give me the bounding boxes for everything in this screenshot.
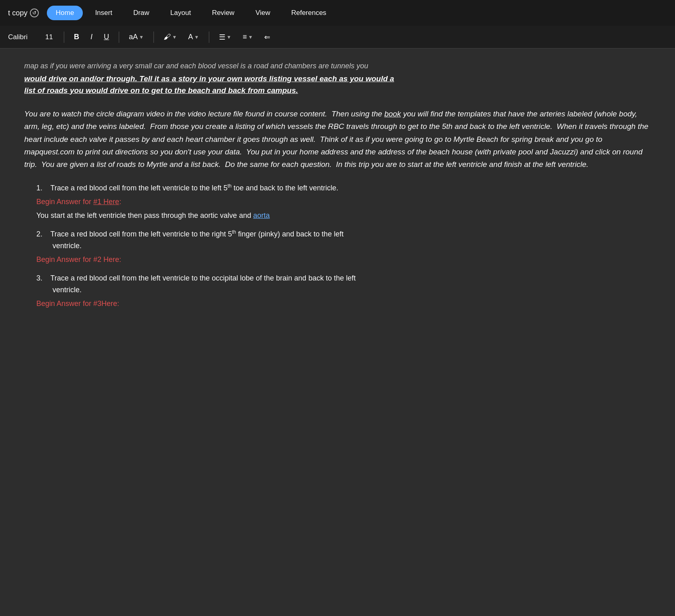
ordered-list-button[interactable]: ≡ ▼	[240, 31, 256, 43]
font-color-label: aA	[129, 33, 138, 41]
list-button[interactable]: ☰ ▼	[216, 31, 235, 43]
toolbar-separator-1	[64, 32, 64, 43]
answer-begin-2: Begin Answer for #2 Here:	[36, 254, 651, 265]
font-name-display[interactable]: Calibri	[8, 33, 40, 41]
q2-superscript: th	[232, 229, 236, 235]
title-text: t copy	[8, 9, 27, 17]
aorta-link[interactable]: aorta	[253, 211, 270, 219]
question-1: 1. Trace a red blood cell from the left …	[36, 182, 651, 194]
tab-view[interactable]: View	[246, 6, 279, 20]
ordered-list-chevron: ▼	[248, 34, 253, 40]
question-3-block: 3. Trace a red blood cell from the left …	[36, 272, 651, 309]
tab-insert[interactable]: Insert	[86, 6, 121, 20]
font-color-button[interactable]: aA ▼	[126, 31, 147, 43]
italic-button[interactable]: I	[87, 31, 96, 43]
main-instruction-paragraph: You are to watch the circle diagram vide…	[24, 108, 651, 171]
answer-text-1: You start at the left ventricle then pas…	[36, 210, 651, 222]
toolbar-separator-2	[119, 32, 119, 43]
align-button[interactable]: ⇐	[261, 31, 273, 43]
document-content: map as if you were arriving a very small…	[0, 49, 675, 614]
highlight-button[interactable]: 🖌 ▼	[160, 31, 180, 43]
align-icon: ⇐	[264, 33, 270, 42]
bold-line-2: list of roads you would drive on to get …	[24, 85, 651, 97]
answer-begin-1: Begin Answer for #1 Here:	[36, 196, 651, 207]
copy-icon: ↺	[30, 8, 39, 17]
font-color-chevron: ▼	[139, 34, 144, 40]
tab-draw[interactable]: Draw	[124, 6, 158, 20]
questions-section: 1. Trace a red blood cell from the left …	[36, 182, 651, 309]
q1-superscript: th	[227, 183, 231, 189]
fill-color-label: A	[188, 33, 193, 41]
question-1-block: 1. Trace a red blood cell from the left …	[36, 182, 651, 222]
highlight-chevron: ▼	[172, 34, 177, 40]
q1-answer-label-underline: #1 Here	[93, 198, 119, 206]
q2-number: 2.	[36, 230, 42, 238]
font-color-fill-button[interactable]: A ▼	[185, 31, 202, 43]
q2-continued: ventricle.	[36, 242, 82, 250]
fill-color-chevron: ▼	[194, 34, 199, 40]
tab-layout[interactable]: Layout	[162, 6, 200, 20]
question-2: 2. Trace a red blood cell from the left …	[36, 228, 651, 252]
bold-button[interactable]: B	[71, 31, 82, 43]
q3-continued: ventricle.	[36, 286, 82, 294]
app-title: t copy ↺	[8, 8, 39, 17]
question-3: 3. Trace a red blood cell from the left …	[36, 272, 651, 296]
q1-number: 1.	[36, 184, 42, 192]
highlight-icon: 🖌	[164, 33, 171, 41]
bold-line-1: would drive on and/or through. Tell it a…	[24, 73, 651, 85]
tab-review[interactable]: Review	[203, 6, 244, 20]
partial-top-line: map as if you were arriving a very small…	[24, 61, 651, 72]
bold-instruction-block: would drive on and/or through. Tell it a…	[24, 73, 651, 96]
font-size-display[interactable]: 11	[45, 33, 57, 41]
title-bar: t copy ↺ Home Insert Draw Layout Review …	[0, 0, 675, 26]
answer-begin-3: Begin Answer for #3Here:	[36, 298, 651, 309]
list-chevron: ▼	[227, 34, 231, 40]
formatting-toolbar: Calibri 11 B I U aA ▼ 🖌 ▼ A ▼ ☰ ▼ ≡ ▼ ⇐	[0, 26, 675, 49]
underline-button[interactable]: U	[101, 31, 112, 43]
list-icon: ☰	[219, 33, 225, 42]
book-link[interactable]: book	[384, 110, 401, 118]
tab-home[interactable]: Home	[47, 6, 83, 20]
question-2-block: 2. Trace a red blood cell from the left …	[36, 228, 651, 265]
toolbar-separator-3	[154, 32, 154, 43]
q3-number: 3.	[36, 274, 42, 282]
ordered-list-icon: ≡	[243, 33, 247, 41]
tab-references[interactable]: References	[282, 6, 335, 20]
toolbar-separator-4	[209, 32, 209, 43]
